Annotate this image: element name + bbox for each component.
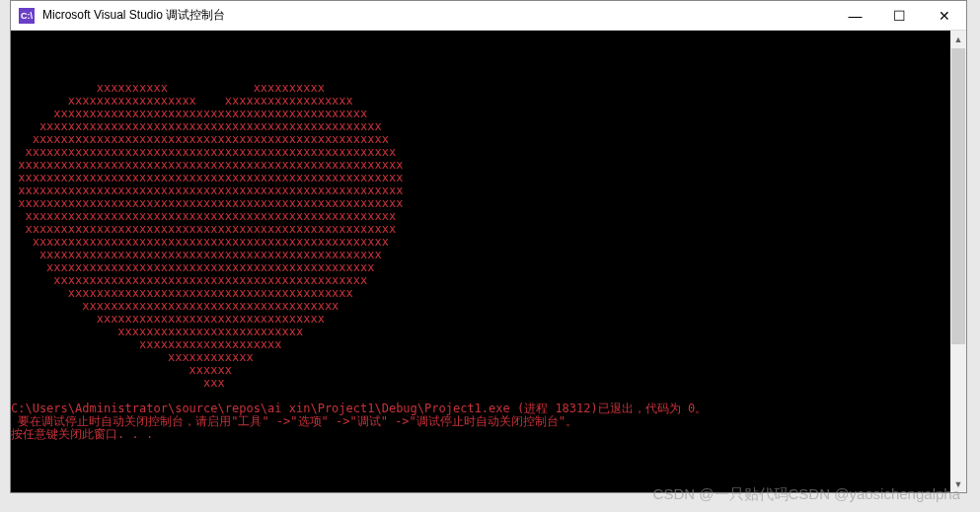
scroll-down-arrow[interactable]: ▼ — [950, 475, 966, 492]
titlebar[interactable]: C:\ Microsoft Visual Studio 调试控制台 — ☐ ✕ — [11, 1, 966, 31]
window-title: Microsoft Visual Studio 调试控制台 — [42, 7, 833, 24]
scroll-up-arrow[interactable]: ▲ — [950, 31, 966, 47]
scrollbar-vertical[interactable]: ▲ ▼ — [950, 31, 966, 492]
maximize-button[interactable]: ☐ — [877, 1, 922, 31]
minimize-button[interactable]: — — [833, 1, 877, 31]
console-output: xxxxxxxxxx xxxxxxxxxx xxxxxxxxxxxxxxxxxx… — [11, 31, 966, 441]
console-window: C:\ Microsoft Visual Studio 调试控制台 — ☐ ✕ … — [10, 0, 967, 493]
app-icon: C:\ — [19, 8, 35, 24]
close-button[interactable]: ✕ — [922, 1, 966, 31]
scroll-thumb[interactable] — [951, 48, 965, 344]
console-area[interactable]: xxxxxxxxxx xxxxxxxxxx xxxxxxxxxxxxxxxxxx… — [11, 31, 966, 492]
app-icon-text: C:\ — [21, 11, 33, 21]
window-controls: — ☐ ✕ — [833, 1, 966, 31]
